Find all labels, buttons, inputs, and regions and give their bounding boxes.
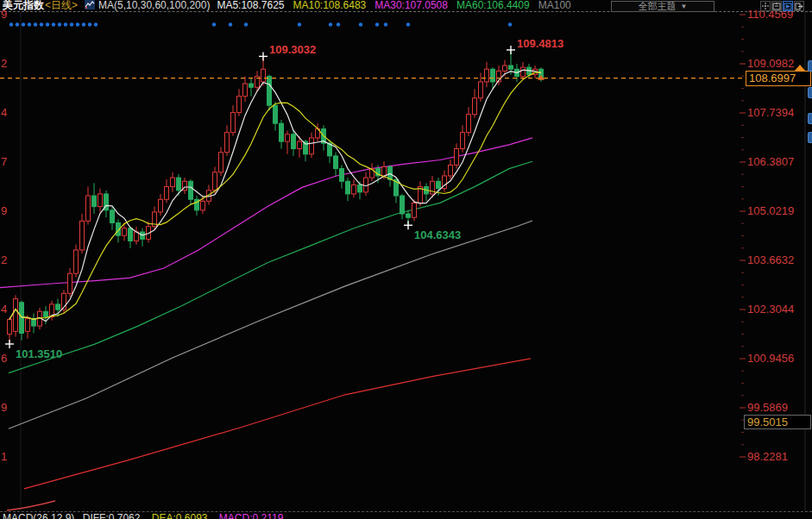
macd-dea-value: DEA:0.6093 bbox=[152, 512, 208, 519]
candle[interactable] bbox=[62, 290, 66, 313]
candle[interactable] bbox=[165, 179, 169, 203]
candle[interactable] bbox=[80, 214, 85, 253]
candle[interactable] bbox=[92, 183, 97, 214]
candlestick-chart[interactable]: 109.3032109.4813104.6343101.3510 bbox=[0, 0, 812, 519]
candle[interactable] bbox=[352, 179, 356, 197]
candle[interactable] bbox=[183, 178, 187, 194]
event-dot-icon[interactable] bbox=[337, 22, 340, 26]
event-dot-icon[interactable] bbox=[40, 22, 43, 26]
candle[interactable] bbox=[443, 171, 447, 192]
candle[interactable] bbox=[364, 172, 368, 196]
candle[interactable] bbox=[74, 245, 79, 278]
candle[interactable] bbox=[68, 268, 72, 297]
event-dot-icon[interactable] bbox=[384, 22, 387, 26]
candle[interactable] bbox=[340, 165, 344, 188]
candle[interactable] bbox=[455, 143, 459, 168]
event-dot-icon[interactable] bbox=[64, 22, 67, 26]
event-dot-icon[interactable] bbox=[46, 22, 49, 26]
candle[interactable] bbox=[322, 125, 326, 150]
event-dot-icon[interactable] bbox=[28, 22, 31, 26]
event-dot-icon[interactable] bbox=[34, 22, 37, 26]
ma30-value: MA30:107.0508 bbox=[375, 0, 448, 11]
candle[interactable] bbox=[388, 165, 393, 186]
candle[interactable] bbox=[370, 163, 375, 181]
candle[interactable] bbox=[104, 191, 109, 217]
event-dot-icon[interactable] bbox=[94, 22, 98, 26]
candle[interactable] bbox=[479, 72, 483, 102]
candle[interactable] bbox=[449, 159, 453, 179]
chevron-down-icon: ▼ bbox=[681, 2, 688, 11]
candle[interactable] bbox=[231, 105, 236, 136]
candle[interactable] bbox=[141, 228, 145, 247]
event-dot-icon[interactable] bbox=[58, 22, 61, 26]
event-dot-icon[interactable] bbox=[329, 22, 332, 26]
event-dot-icon[interactable] bbox=[298, 22, 301, 26]
clipped-panel-icon[interactable] bbox=[808, 60, 812, 72]
clipped-panel-icon[interactable] bbox=[808, 132, 812, 143]
candle[interactable] bbox=[189, 179, 193, 204]
candle[interactable] bbox=[286, 131, 290, 154]
candle[interactable] bbox=[346, 178, 350, 201]
candle[interactable] bbox=[147, 221, 151, 242]
candle[interactable] bbox=[255, 71, 260, 91]
event-dot-icon[interactable] bbox=[508, 22, 512, 26]
clipped-panel-icon[interactable] bbox=[808, 113, 812, 124]
event-dot-icon[interactable] bbox=[52, 22, 55, 26]
event-dot-icon[interactable] bbox=[22, 22, 25, 26]
event-dot-icon[interactable] bbox=[229, 22, 232, 26]
crosshair-icon[interactable] bbox=[760, 1, 771, 11]
candle[interactable] bbox=[237, 89, 242, 116]
candle[interactable] bbox=[280, 120, 284, 149]
candle[interactable] bbox=[32, 313, 36, 333]
candle[interactable] bbox=[316, 123, 320, 141]
candle[interactable] bbox=[153, 207, 157, 230]
event-dot-icon[interactable] bbox=[70, 22, 73, 26]
event-dot-icon[interactable] bbox=[244, 22, 248, 26]
candle[interactable] bbox=[225, 125, 230, 156]
candle[interactable] bbox=[485, 62, 489, 87]
candle[interactable] bbox=[14, 295, 18, 336]
axis-scale-icon[interactable] bbox=[771, 1, 782, 11]
candle[interactable] bbox=[473, 89, 477, 118]
event-dot-icon[interactable] bbox=[359, 22, 362, 26]
candle[interactable] bbox=[243, 77, 248, 102]
theme-dropdown[interactable]: 全部主题 ▼ bbox=[611, 1, 714, 12]
candle[interactable] bbox=[86, 187, 91, 225]
candle[interactable] bbox=[26, 315, 30, 338]
candle[interactable] bbox=[425, 183, 429, 201]
event-dot-icon[interactable] bbox=[76, 22, 79, 26]
candle[interactable] bbox=[98, 189, 103, 212]
clipped-panel-icon[interactable] bbox=[808, 87, 812, 98]
candle[interactable] bbox=[20, 301, 24, 341]
candle[interactable] bbox=[171, 172, 175, 192]
play-chart-icon[interactable] bbox=[783, 1, 793, 11]
left-axis-clipped-digit: 9 bbox=[1, 204, 7, 217]
candle[interactable] bbox=[467, 107, 471, 136]
event-dot-icon[interactable] bbox=[82, 22, 85, 26]
exit-right-icon[interactable] bbox=[794, 1, 804, 11]
price-annotation: 101.3510 bbox=[16, 347, 62, 360]
event-dot-icon[interactable] bbox=[9, 22, 13, 26]
event-dot-icon[interactable] bbox=[375, 22, 379, 26]
candle[interactable] bbox=[135, 227, 139, 245]
candle[interactable] bbox=[261, 56, 266, 85]
candle[interactable] bbox=[159, 194, 163, 216]
candle[interactable] bbox=[461, 125, 465, 152]
candle[interactable] bbox=[400, 194, 405, 219]
candle[interactable] bbox=[249, 78, 254, 97]
candle[interactable] bbox=[431, 176, 435, 197]
candle[interactable] bbox=[129, 227, 133, 248]
candle[interactable] bbox=[274, 102, 278, 131]
candle[interactable] bbox=[334, 153, 338, 176]
candle[interactable] bbox=[268, 75, 272, 111]
candle[interactable] bbox=[110, 207, 115, 230]
candle[interactable] bbox=[292, 131, 296, 156]
candle[interactable] bbox=[310, 133, 314, 158]
event-dot-icon[interactable] bbox=[88, 22, 91, 26]
event-dot-icon[interactable] bbox=[16, 22, 19, 26]
current-price-label: 108.6997 bbox=[746, 71, 811, 86]
candle[interactable] bbox=[195, 196, 199, 216]
event-dot-icon[interactable] bbox=[212, 22, 216, 26]
event-dot-icon[interactable] bbox=[406, 22, 410, 26]
candle[interactable] bbox=[219, 147, 223, 176]
